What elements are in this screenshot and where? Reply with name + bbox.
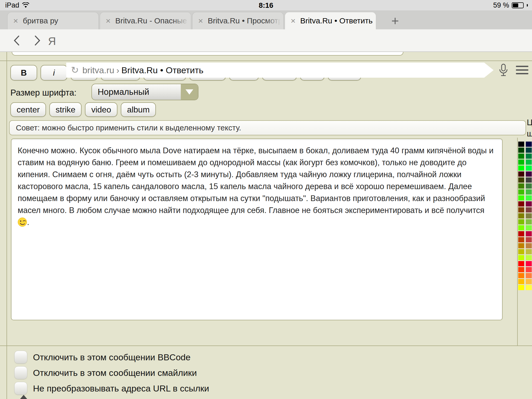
palette-color-swatch[interactable] (526, 279, 532, 284)
album-button[interactable]: album (121, 102, 156, 117)
message-text: Конечно можно. Кусок обычного мыла Dove … (18, 146, 494, 215)
subject-input-cutoff[interactable] (12, 52, 403, 56)
palette-color-swatch[interactable] (518, 165, 524, 171)
palette-color-swatch[interactable] (526, 177, 532, 183)
url-field[interactable]: ↻ britva.ru›Britva.Ru • Ответить (66, 63, 494, 78)
palette-color-swatch[interactable] (518, 261, 524, 266)
palette-color-swatch[interactable] (518, 225, 524, 230)
palette-color-swatch[interactable] (518, 148, 524, 153)
back-button[interactable] (10, 34, 23, 47)
palette-color-swatch[interactable] (526, 249, 532, 254)
palette-color-swatch[interactable] (518, 255, 524, 260)
palette-color-swatch[interactable] (526, 201, 532, 207)
palette-color-swatch[interactable] (518, 201, 524, 207)
palette-color-swatch[interactable] (526, 189, 532, 195)
palette-color-swatch[interactable] (518, 249, 524, 254)
color-palette (518, 142, 532, 290)
tab-britva-ru[interactable]: × бритва ру (7, 12, 99, 29)
tab-close-icon[interactable]: × (13, 17, 18, 25)
panel-border-right (517, 138, 518, 345)
palette-color-swatch[interactable] (526, 255, 532, 260)
url-domain: britva.ru (82, 65, 114, 75)
forward-button[interactable] (31, 34, 44, 47)
tab-prosmotr[interactable]: × Britva.Ru • Просмотр т (192, 12, 284, 29)
palette-color-swatch[interactable] (518, 213, 524, 218)
strike-button[interactable]: strike (49, 102, 82, 117)
palette-color-swatch[interactable] (518, 237, 524, 242)
style-tip: Совет: можно быстро применить стили к вы… (9, 120, 526, 135)
extra-toolbar: center strike video album (10, 102, 156, 117)
url-separator: › (116, 65, 119, 75)
palette-color-swatch[interactable] (518, 273, 524, 278)
disable-url-links-checkbox[interactable] (14, 382, 27, 395)
palette-color-swatch[interactable] (518, 177, 524, 183)
palette-color-swatch[interactable] (526, 183, 532, 189)
bold-button[interactable]: B (10, 65, 37, 81)
menu-icon[interactable] (516, 66, 528, 74)
palette-color-swatch[interactable] (526, 267, 532, 272)
palette-color-swatch[interactable] (526, 231, 532, 236)
message-textarea[interactable]: Конечно можно. Кусок обычного мыла Dove … (11, 138, 503, 320)
panel-border-left (6, 52, 7, 399)
palette-color-swatch[interactable] (526, 273, 532, 278)
tab-label-fade (265, 12, 283, 29)
palette-color-swatch[interactable] (526, 219, 532, 224)
font-size-label: Размер шрифта: (10, 85, 77, 101)
palette-color-swatch[interactable] (526, 159, 532, 165)
yandex-logo[interactable]: Я (48, 35, 56, 48)
disable-bbcode-checkbox[interactable] (14, 351, 27, 364)
palette-color-swatch[interactable] (518, 159, 524, 165)
palette-color-swatch[interactable] (526, 237, 532, 242)
reload-icon[interactable]: ↻ (71, 65, 79, 76)
palette-color-swatch[interactable] (526, 195, 532, 201)
cutoff-arrow-shape (19, 395, 28, 399)
italic-button[interactable]: i (41, 65, 67, 81)
palette-color-swatch[interactable] (518, 285, 524, 290)
palette-color-swatch[interactable] (518, 154, 524, 159)
palette-color-swatch[interactable] (526, 261, 532, 266)
palette-color-swatch[interactable] (518, 171, 524, 177)
disable-smilies-checkbox[interactable] (14, 366, 27, 379)
palette-color-swatch[interactable] (526, 225, 532, 230)
tab-opasnye[interactable]: × Britva.Ru - Опасные бр (100, 12, 191, 29)
clock: 8:16 (0, 1, 532, 10)
palette-color-swatch[interactable] (526, 148, 532, 153)
palette-color-swatch[interactable] (526, 243, 532, 248)
palette-color-swatch[interactable] (526, 142, 532, 147)
palette-color-swatch[interactable] (518, 243, 524, 248)
palette-color-swatch[interactable] (526, 165, 532, 171)
palette-color-swatch[interactable] (518, 183, 524, 189)
microphone-icon[interactable] (498, 63, 509, 78)
panel-border-top (0, 61, 532, 61)
palette-color-swatch[interactable] (518, 267, 524, 272)
chevron-down-icon (181, 84, 198, 100)
palette-color-swatch[interactable] (518, 189, 524, 195)
font-size-select[interactable]: Нормальный (91, 84, 198, 100)
option-row-disable-bbcode: Отключить в этом сообщении BBCode (14, 351, 190, 364)
palette-color-swatch[interactable] (526, 207, 532, 212)
option-row-disable-urls: Не преобразовывать адреса URL в ссылки (14, 382, 209, 395)
palette-color-swatch[interactable] (526, 285, 532, 290)
tab-close-icon[interactable]: × (198, 17, 203, 25)
center-button[interactable]: center (10, 102, 46, 117)
message-text-end: . (27, 218, 29, 227)
palette-color-swatch[interactable] (526, 213, 532, 218)
tab-label-fade (173, 12, 191, 29)
tab-otvetit-active[interactable]: × Britva.Ru • Ответить (285, 12, 376, 29)
tab-close-icon[interactable]: × (106, 17, 111, 25)
battery-icon (512, 2, 524, 8)
palette-color-swatch[interactable] (518, 231, 524, 236)
palette-color-swatch[interactable] (518, 195, 524, 201)
font-color-label: Цвет шрифта (527, 117, 532, 139)
palette-color-swatch[interactable] (526, 154, 532, 159)
video-button[interactable]: video (85, 102, 117, 117)
palette-color-swatch[interactable] (518, 219, 524, 224)
palette-color-swatch[interactable] (526, 171, 532, 177)
font-size-value: Нормальный (98, 87, 149, 97)
tab-close-icon[interactable]: × (291, 17, 296, 25)
palette-color-swatch[interactable] (518, 207, 524, 212)
screen: { "status_bar": { "device": "iPad", "tim… (0, 0, 532, 399)
palette-color-swatch[interactable] (518, 279, 524, 284)
new-tab-button[interactable]: + (381, 12, 409, 29)
palette-color-swatch[interactable] (518, 142, 524, 147)
